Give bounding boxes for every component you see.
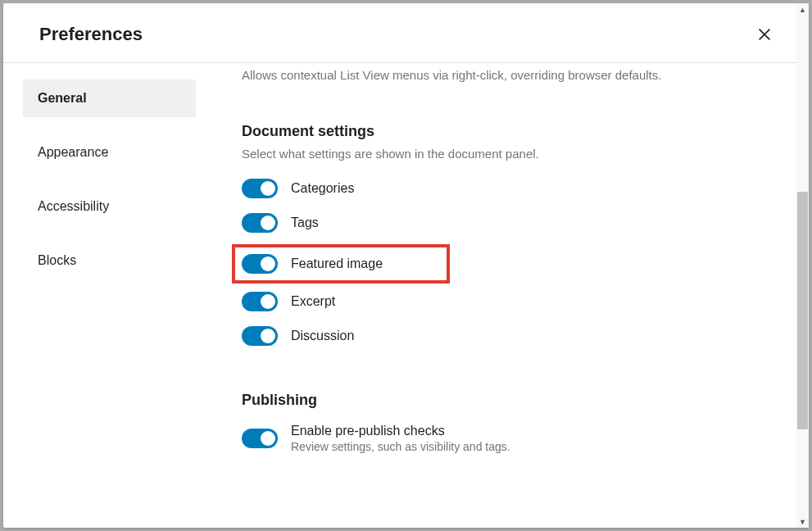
toggle-label-categories: Categories: [291, 181, 354, 196]
sidebar-item-accessibility[interactable]: Accessibility: [23, 188, 196, 225]
toggle-knob: [261, 431, 275, 446]
toggle-discussion[interactable]: [242, 326, 278, 346]
close-icon: [755, 25, 773, 43]
toggle-row-prepublish: Enable pre-publish checks Review setting…: [242, 424, 760, 453]
sidebar-item-appearance[interactable]: Appearance: [23, 134, 196, 171]
content-panel: Allows contextual List View menus via ri…: [196, 63, 809, 528]
sidebar: General Appearance Accessibility Blocks: [3, 63, 196, 528]
toggle-row-discussion: Discussion: [242, 326, 760, 346]
toggle-categories[interactable]: [242, 179, 278, 198]
section-publishing: Publishing Enable pre-publish checks Rev…: [242, 392, 760, 453]
scroll-down-arrow[interactable]: ▼: [796, 515, 809, 528]
toggle-knob: [261, 329, 275, 343]
toggle-label-featured-image: Featured image: [291, 256, 383, 271]
scrollbar[interactable]: ▲ ▼: [796, 63, 809, 528]
toggle-featured-image[interactable]: [242, 254, 278, 274]
preferences-modal: Preferences General Appearance Accessibi…: [3, 3, 809, 528]
sidebar-item-general[interactable]: General: [23, 79, 196, 117]
toggle-label-excerpt: Excerpt: [291, 294, 335, 309]
toggle-label-discussion: Discussion: [291, 329, 354, 343]
toggle-sub-prepublish: Review settings, such as visibility and …: [291, 440, 510, 453]
toggle-label-tags: Tags: [291, 216, 319, 230]
modal-header: Preferences: [3, 3, 809, 63]
document-settings-title: Document settings: [242, 123, 760, 140]
toggle-row-featured-image: Featured image: [232, 244, 450, 284]
section-document-settings: Document settings Select what settings a…: [242, 123, 760, 346]
previous-setting-hint: Allows contextual List View menus via ri…: [242, 66, 760, 84]
scroll-thumb[interactable]: [797, 192, 808, 429]
modal-body: General Appearance Accessibility Blocks …: [3, 63, 809, 528]
toggle-knob: [261, 181, 275, 196]
toggle-row-tags: Tags: [242, 213, 760, 233]
toggle-knob: [261, 216, 275, 230]
toggle-prepublish[interactable]: [242, 429, 278, 448]
toggle-row-categories: Categories: [242, 179, 760, 198]
document-settings-desc: Select what settings are shown in the do…: [242, 147, 760, 161]
modal-title: Preferences: [39, 24, 143, 45]
sidebar-item-blocks[interactable]: Blocks: [23, 242, 196, 279]
toggle-row-excerpt: Excerpt: [242, 292, 760, 311]
toggle-label-prepublish: Enable pre-publish checks: [291, 424, 510, 438]
toggle-text-col: Enable pre-publish checks Review setting…: [291, 424, 510, 453]
toggle-excerpt[interactable]: [242, 292, 278, 311]
close-button[interactable]: [750, 20, 779, 49]
toggle-knob: [261, 294, 275, 309]
toggle-knob: [261, 256, 275, 271]
publishing-title: Publishing: [242, 392, 760, 409]
toggle-tags[interactable]: [242, 213, 278, 233]
